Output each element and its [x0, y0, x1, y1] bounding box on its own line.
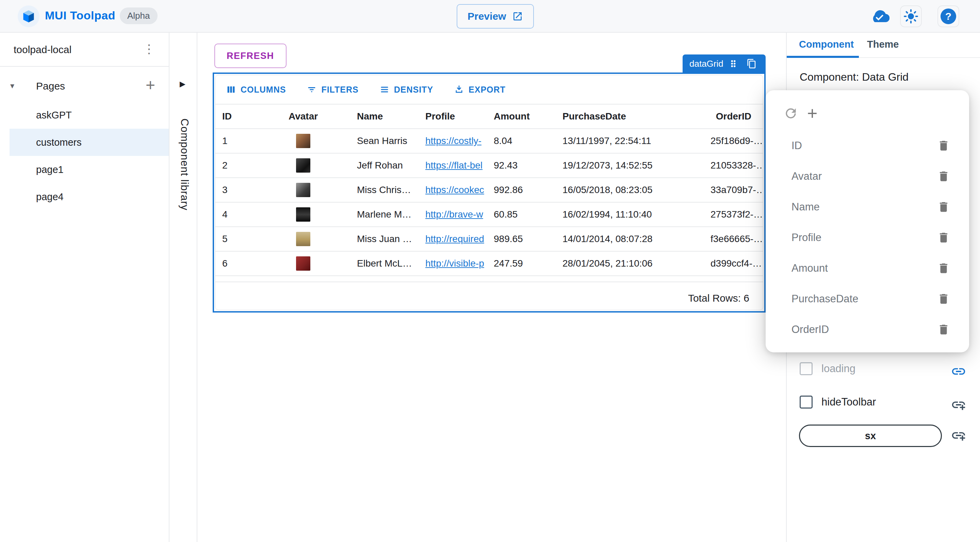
hidetoolbar-checkbox[interactable]: [800, 395, 813, 408]
filters-button[interactable]: FILTERS: [307, 85, 358, 95]
prop-hidetoolbar: hideToolbar: [800, 395, 876, 408]
refresh-button[interactable]: REFRESH: [215, 43, 286, 68]
list-item[interactable]: ID: [765, 131, 969, 161]
profile-link[interactable]: https://cookec: [425, 185, 484, 195]
table-row[interactable]: 3 Miss Chris… https://cookec 992.86 16/0…: [215, 177, 763, 202]
cell-id: 3: [215, 185, 282, 195]
mui-toolpad-logo-icon[interactable]: [18, 5, 40, 27]
columns-button-label: COLUMNS: [240, 85, 286, 95]
delete-column-icon[interactable]: [937, 170, 950, 183]
page-canvas: REFRESH dataGrid COLUMNS FILTERS: [197, 33, 786, 542]
rows-end-divider: [215, 276, 763, 282]
table-row[interactable]: 4 Marlene M… http://brave-w 60.85 16/02/…: [215, 202, 763, 226]
column-header-avatar[interactable]: Avatar: [282, 111, 350, 122]
sx-button[interactable]: sx: [799, 424, 942, 447]
column-item-label: Name: [791, 201, 937, 213]
cell-amount: 989.65: [487, 234, 556, 244]
profile-link[interactable]: http://visible-p: [425, 258, 484, 269]
page-item-label: page1: [36, 164, 64, 175]
avatar: [296, 158, 310, 172]
cell-purchasedate: 28/01/2045, 21:10:06: [556, 258, 704, 269]
active-tab-indicator: [787, 56, 859, 58]
cell-amount: 247.59: [487, 258, 556, 269]
column-header-amount[interactable]: Amount: [487, 111, 556, 122]
delete-column-icon[interactable]: [937, 231, 950, 244]
cell-id: 5: [215, 234, 282, 244]
list-item[interactable]: PurchaseDate: [765, 284, 969, 314]
list-item[interactable]: Profile: [765, 222, 969, 253]
drag-handle-icon[interactable]: [728, 59, 738, 69]
column-item-label: Amount: [791, 262, 937, 274]
bind-hidetoolbar-addlink-icon[interactable]: [951, 397, 966, 413]
density-button[interactable]: DENSITY: [380, 85, 433, 95]
loading-checkbox[interactable]: [800, 362, 813, 375]
total-rows-label: Total Rows: 6: [688, 292, 749, 304]
cell-name: Marlene M…: [350, 209, 418, 220]
cell-orderid: 25f186d9-…: [704, 136, 763, 147]
table-row[interactable]: 2 Jeff Rohan https://flat-bel 92.43 19/1…: [215, 153, 763, 177]
bind-loading-link-icon[interactable]: [951, 363, 966, 379]
chevron-down-icon[interactable]: ▾: [10, 81, 14, 91]
column-header-id[interactable]: ID: [215, 111, 282, 122]
theme-toggle-button[interactable]: [900, 5, 922, 27]
delete-column-icon[interactable]: [937, 292, 950, 305]
datagrid-selection-chip[interactable]: dataGrid: [682, 54, 765, 73]
tab-component[interactable]: Component: [799, 39, 854, 50]
sidebar-item-page4[interactable]: page4: [0, 183, 169, 210]
delete-component-icon[interactable]: [766, 59, 776, 69]
cell-purchasedate: 16/02/1994, 11:10:40: [556, 209, 704, 220]
tab-theme[interactable]: Theme: [867, 39, 899, 50]
column-header-purchasedate[interactable]: PurchaseDate: [556, 111, 704, 122]
table-row[interactable]: 1 Sean Harris https://costly- 8.04 13/11…: [215, 128, 763, 153]
list-item[interactable]: OrderID: [765, 314, 969, 345]
cell-orderid: f3e66665-…: [704, 234, 763, 244]
sidebar-item-customers[interactable]: customers: [10, 129, 169, 156]
table-row[interactable]: 6 Elbert McL… http://visible-p 247.59 28…: [215, 251, 763, 276]
cell-id: 2: [215, 160, 282, 171]
expand-panel-arrow-icon[interactable]: ▶: [180, 80, 185, 89]
columns-button[interactable]: COLUMNS: [226, 85, 286, 95]
density-button-label: DENSITY: [394, 85, 433, 95]
help-button[interactable]: ?: [937, 5, 959, 27]
datagrid-component[interactable]: COLUMNS FILTERS DENSITY EXPORT ID: [213, 73, 765, 312]
light-mode-sun-icon: [904, 9, 918, 24]
delete-column-icon[interactable]: [937, 262, 950, 275]
avatar: [296, 183, 310, 197]
column-header-orderid[interactable]: OrderID: [704, 111, 763, 122]
duplicate-component-icon[interactable]: [746, 59, 757, 69]
profile-link[interactable]: https://costly-: [425, 136, 482, 146]
profile-link[interactable]: https://flat-bel: [425, 160, 482, 171]
page-item-label: customers: [36, 137, 82, 148]
table-row[interactable]: 5 Miss Juan … http://required 989.65 14/…: [215, 226, 763, 251]
refresh-columns-icon[interactable]: [783, 106, 798, 121]
list-item[interactable]: Amount: [765, 253, 969, 284]
cell-id: 1: [215, 136, 282, 147]
columns-editor-popup: + ID Avatar Name Profile Amount Purchase…: [765, 90, 969, 352]
export-button[interactable]: EXPORT: [454, 85, 506, 95]
datagrid-toolbar: COLUMNS FILTERS DENSITY EXPORT: [215, 75, 763, 104]
add-page-button[interactable]: +: [146, 76, 155, 94]
sidebar-item-page1[interactable]: page1: [0, 156, 169, 183]
profile-link[interactable]: http://required: [425, 234, 484, 244]
column-header-name[interactable]: Name: [350, 111, 418, 122]
list-item[interactable]: Avatar: [765, 161, 969, 192]
delete-column-icon[interactable]: [937, 323, 950, 336]
preview-button[interactable]: Preview: [457, 4, 534, 29]
cell-amount: 992.86: [487, 185, 556, 195]
cloud-check-glyph: [870, 10, 889, 23]
bind-sx-addlink-icon[interactable]: [951, 427, 966, 443]
avatar: [296, 134, 310, 148]
column-header-profile[interactable]: Profile: [418, 111, 487, 122]
cloud-synced-icon[interactable]: [870, 10, 889, 23]
sidebar-item-askgpt[interactable]: askGPT: [0, 102, 169, 129]
profile-link[interactable]: http://brave-w: [425, 209, 483, 220]
delete-column-icon[interactable]: [937, 139, 950, 152]
component-library-panel[interactable]: ▶ Component library: [170, 33, 197, 542]
cell-id: 6: [215, 258, 282, 269]
delete-column-icon[interactable]: [937, 201, 950, 214]
add-column-icon[interactable]: +: [807, 107, 817, 120]
list-item[interactable]: Name: [765, 192, 969, 222]
project-menu-kebab-icon[interactable]: ⋮: [143, 41, 155, 56]
pages-section-header[interactable]: ▾ Pages +: [0, 73, 169, 102]
help-icon: ?: [940, 8, 956, 24]
